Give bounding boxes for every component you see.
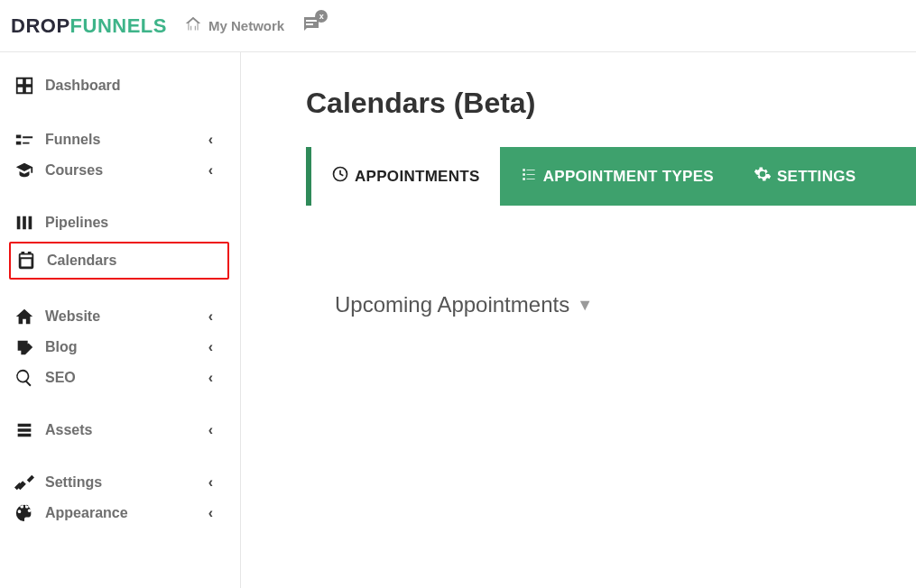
sidebar-item-blog[interactable]: Blog ‹	[9, 332, 229, 363]
topbar: DROP FUNNELS My Network x	[0, 0, 916, 52]
sidebar-item-website[interactable]: Website ‹	[9, 301, 229, 332]
sidebar-item-appearance[interactable]: Appearance ‹	[9, 498, 229, 528]
tab-label: APPOINTMENTS	[355, 168, 480, 186]
appointments-panel: Upcoming Appointments ▼	[306, 206, 916, 530]
my-network-link[interactable]: My Network	[183, 14, 284, 37]
tab-settings[interactable]: SETTINGS	[734, 147, 875, 206]
tools-icon	[14, 473, 34, 492]
my-network-label: My Network	[208, 18, 284, 33]
chevron-left-icon: ‹	[208, 505, 213, 521]
sidebar-item-calendars[interactable]: Calendars	[9, 242, 229, 280]
courses-icon	[14, 161, 34, 180]
pipelines-icon	[14, 213, 34, 233]
logo-text-1: DROP	[11, 14, 70, 38]
tab-appointment-types[interactable]: APPOINTMENT TYPES	[500, 147, 734, 206]
sidebar-label: Calendars	[47, 253, 116, 269]
gear-icon	[754, 165, 772, 188]
chevron-left-icon: ‹	[208, 370, 213, 386]
sidebar-item-courses[interactable]: Courses ‹	[9, 155, 229, 186]
calendar-icon	[16, 251, 36, 271]
section-label: Upcoming Appointments	[335, 292, 569, 317]
chevron-left-icon: ‹	[208, 474, 213, 491]
tab-label: SETTINGS	[777, 168, 856, 186]
network-icon	[183, 14, 203, 37]
tabs: APPOINTMENTS APPOINTMENT TYPES SETTINGS	[306, 147, 916, 206]
sidebar-label: Courses	[45, 162, 103, 179]
logo[interactable]: DROP FUNNELS	[11, 14, 167, 38]
caret-down-icon: ▼	[577, 296, 593, 315]
sidebar-label: Settings	[45, 474, 102, 491]
sidebar-label: Appearance	[45, 505, 128, 521]
list-icon	[520, 165, 538, 188]
chevron-left-icon: ‹	[208, 308, 213, 325]
logo-text-2: FUNNELS	[70, 14, 167, 38]
funnels-icon	[14, 130, 34, 150]
assets-icon	[14, 420, 34, 440]
home-icon	[14, 307, 34, 326]
sidebar-item-pipelines[interactable]: Pipelines	[9, 207, 229, 238]
clock-icon	[331, 165, 349, 188]
tab-label: APPOINTMENT TYPES	[543, 168, 714, 186]
tab-appointments[interactable]: APPOINTMENTS	[311, 147, 500, 206]
sidebar-label: Pipelines	[45, 215, 108, 231]
blog-icon	[14, 337, 34, 357]
seo-icon	[14, 368, 34, 388]
sidebar-label: Website	[45, 308, 100, 325]
sidebar-label: SEO	[45, 370, 76, 386]
page-title: Calendars (Beta)	[306, 87, 916, 120]
sidebar-item-settings[interactable]: Settings ‹	[9, 467, 229, 498]
sidebar-label: Blog	[45, 339, 78, 355]
sidebar-item-assets[interactable]: Assets ‹	[9, 415, 229, 446]
chevron-left-icon: ‹	[208, 339, 213, 355]
sidebar-item-dashboard[interactable]: Dashboard	[9, 69, 229, 103]
chat-button[interactable]: x	[301, 14, 322, 39]
chat-badge: x	[315, 10, 328, 23]
sidebar-label: Funnels	[45, 132, 100, 148]
chevron-left-icon: ‹	[208, 162, 213, 179]
appearance-icon	[14, 503, 34, 523]
chevron-left-icon: ‹	[208, 422, 213, 438]
sidebar-label: Assets	[45, 422, 92, 438]
sidebar-item-funnels[interactable]: Funnels ‹	[9, 124, 229, 155]
sidebar-item-seo[interactable]: SEO ‹	[9, 363, 229, 393]
sidebar: Dashboard Funnels ‹ Courses ‹	[0, 52, 241, 588]
dashboard-icon	[14, 76, 34, 96]
main-content: Calendars (Beta) APPOINTMENTS APPOINTMEN…	[241, 52, 916, 588]
section-upcoming[interactable]: Upcoming Appointments ▼	[335, 292, 916, 317]
chevron-left-icon: ‹	[208, 132, 213, 148]
sidebar-label: Dashboard	[45, 78, 121, 94]
